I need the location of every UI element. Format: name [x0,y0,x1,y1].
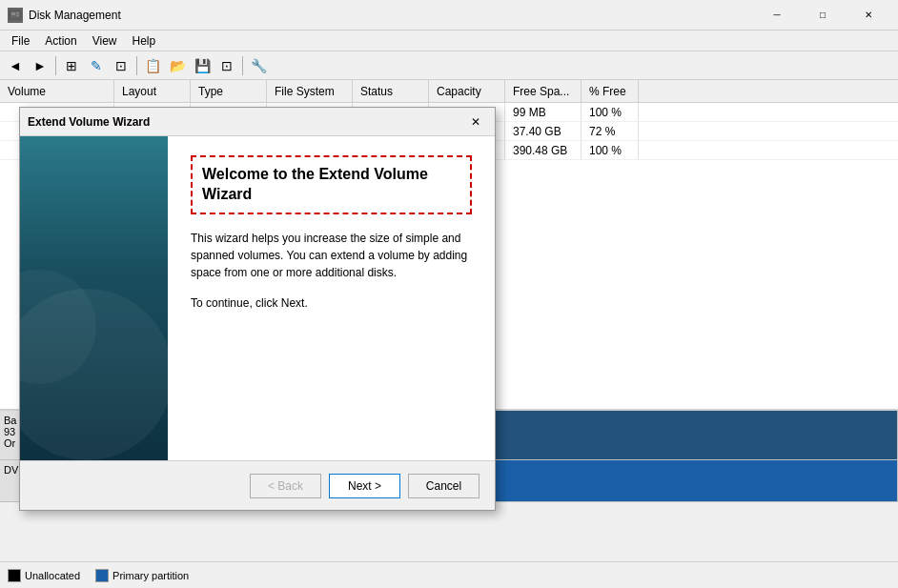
toolbar-back[interactable]: ◄ [4,54,27,77]
extend-volume-wizard: Extend Volume Wizard ✕ Welcome to the Ex… [19,107,496,511]
col-header-volume: Volume [0,80,114,102]
dialog-description-text: This wizard helps you increase the size … [191,232,467,279]
col-header-status: Status [353,80,429,102]
cell-freespace-2: 37.40 GB [505,122,582,140]
toolbar-btn-1[interactable]: ⊞ [60,54,83,77]
status-bar: Unallocated Primary partition [0,561,898,588]
next-button[interactable]: Next > [329,474,400,498]
toolbar-btn-4[interactable]: 📋 [141,54,164,77]
dialog-description: This wizard helps you increase the size … [191,230,472,281]
col-header-filesystem: File System [267,80,353,102]
col-header-freepct: % Free [582,80,639,102]
menu-action[interactable]: Action [37,32,84,50]
dialog-main-content: Welcome to the Extend Volume Wizard This… [168,136,495,460]
col-header-capacity: Capacity [429,80,505,102]
table-header: Volume Layout Type File System Status Ca… [0,80,898,103]
toolbar-sep-1 [55,56,56,75]
dialog-title: Extend Volume Wizard [28,115,464,129]
minimize-button[interactable]: ─ [755,0,799,30]
legend-label-primary: Primary partition [112,570,189,581]
svg-rect-1 [11,12,15,15]
dialog-heading: Welcome to the Extend Volume Wizard [191,155,472,214]
cancel-button[interactable]: Cancel [408,474,480,498]
cell-freepct-2: 72 % [582,122,639,140]
cell-freespace-3: 390.48 GB [505,141,582,159]
col-header-layout: Layout [114,80,191,102]
back-button[interactable]: < Back [250,474,321,498]
dialog-body: Welcome to the Extend Volume Wizard This… [20,136,495,460]
dialog-continue-text: To continue, click Next. [191,296,472,310]
toolbar-btn-6[interactable]: 💾 [191,54,214,77]
menu-view[interactable]: View [85,32,125,50]
toolbar-btn-3[interactable]: ⊡ [110,54,133,77]
legend-label-unallocated: Unallocated [25,570,80,581]
svg-rect-3 [16,14,19,16]
toolbar-btn-7[interactable]: ⊡ [215,54,238,77]
cell-freepct-3: 100 % [582,141,639,159]
cell-freepct-1: 100 % [582,103,639,121]
menu-help[interactable]: Help [125,32,164,50]
dialog-close-button[interactable]: ✕ [464,112,487,132]
legend-box-unallocated [8,569,21,582]
dialog-title-bar: Extend Volume Wizard ✕ [20,108,495,136]
toolbar-sep-3 [242,56,243,75]
legend-box-primary [95,569,109,582]
window-controls: ─ □ ✕ [755,0,890,30]
dialog-heading-text: Welcome to the Extend Volume Wizard [202,166,428,202]
app-title: Disk Management [29,9,755,22]
toolbar-forward[interactable]: ► [29,54,51,77]
cell-freespace-1: 99 MB [505,103,582,121]
toolbar: ◄ ► ⊞ ✎ ⊡ 📋 📂 💾 ⊡ 🔧 [0,51,898,80]
continue-label: To continue, click Next. [191,296,308,310]
dialog-sidebar [20,136,168,460]
close-button[interactable]: ✕ [847,0,890,30]
menu-file[interactable]: File [4,32,37,50]
app-icon [8,8,23,23]
svg-rect-2 [16,12,19,14]
maximize-button[interactable]: □ [801,0,845,30]
col-header-type: Type [191,80,267,102]
dialog-footer: < Back Next > Cancel [20,460,495,510]
legend-primary: Primary partition [95,569,189,582]
toolbar-btn-8[interactable]: 🔧 [247,54,270,77]
menu-bar: File Action View Help [0,30,898,51]
toolbar-btn-2[interactable]: ✎ [85,54,108,77]
toolbar-sep-2 [136,56,137,75]
toolbar-btn-5[interactable]: 📂 [166,54,189,77]
title-bar: Disk Management ─ □ ✕ [0,0,898,30]
col-header-freespace: Free Spa... [505,80,582,102]
legend-unallocated: Unallocated [8,569,80,582]
